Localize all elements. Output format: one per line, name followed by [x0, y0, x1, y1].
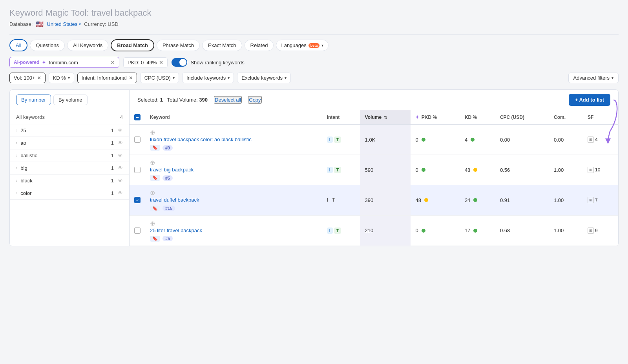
by-number-button[interactable]: By number — [16, 95, 51, 105]
intent-cell: I T — [322, 185, 360, 215]
vol-filter[interactable]: Vol: 100+ ✕ — [9, 73, 46, 83]
ai-powered-label: AI-powered — [14, 60, 39, 65]
add-keyword-icon[interactable]: ⊕ — [150, 189, 155, 196]
ai-domain-input[interactable]: AI-powered ✦ tombihn.com ✕ — [9, 57, 119, 68]
select-all-header[interactable]: – — [130, 110, 145, 125]
keyword-rank: #15 — [162, 206, 175, 211]
eye-icon[interactable]: 👁 — [118, 140, 123, 146]
pkd-cell: 0 — [411, 155, 460, 185]
kd-dot-green — [473, 229, 477, 233]
pkd-filter-label: PKD: 0–49% — [128, 60, 157, 66]
kd-filter[interactable]: KD % ▾ — [49, 73, 74, 83]
keyword-rank: #5 — [162, 175, 173, 181]
eye-icon[interactable]: 👁 — [118, 165, 123, 171]
row-checkbox[interactable] — [134, 167, 141, 173]
sidebar-item[interactable]: › ballistic 1 👁 — [10, 149, 129, 162]
sidebar-item[interactable]: › big 1 👁 — [10, 162, 129, 175]
database-label: Database: — [9, 21, 33, 27]
sidebar-item-label: ballistic — [20, 153, 37, 158]
sidebar-item[interactable]: › 25 1 👁 — [10, 124, 129, 137]
table-row: ⊕ luxon travel backpack color: ao black … — [130, 125, 618, 155]
sf-cell: ⊞ 7 — [583, 185, 618, 215]
eye-icon[interactable]: 👁 — [118, 190, 123, 196]
keyword-tag: 🔖 — [150, 236, 160, 242]
keyword-cell: ⊕ travel big backpack 🔖 #5 — [145, 155, 322, 185]
volume-cell: 390 — [360, 185, 411, 215]
table-area: Selected: 1 Total Volume: 390 Deselect a… — [130, 90, 618, 246]
row-checkbox-cell[interactable] — [130, 215, 145, 246]
tab-languages[interactable]: Languages beta ▾ — [276, 40, 329, 51]
tab-questions[interactable]: Questions — [30, 40, 65, 51]
sf-column-header: SF — [583, 110, 618, 125]
eye-icon[interactable]: 👁 — [118, 178, 123, 184]
row-checkbox-cell[interactable] — [130, 155, 145, 185]
add-keyword-icon[interactable]: ⊕ — [150, 220, 155, 227]
pkd-dot-green — [422, 138, 425, 142]
keyword-link[interactable]: 25 liter travel backpack — [150, 227, 318, 234]
tab-related[interactable]: Related — [245, 40, 274, 51]
keyword-tag: 🔖 — [150, 206, 160, 211]
sidebar-item-count: 1 — [111, 190, 114, 196]
sidebar-item[interactable]: › ao 1 👁 — [10, 137, 129, 149]
intent-cell: I T — [322, 155, 360, 185]
ai-clear-icon[interactable]: ✕ — [110, 59, 115, 66]
row-checkbox[interactable] — [134, 136, 141, 143]
deselect-all-button[interactable]: Deselect all — [214, 96, 242, 104]
cpc-column-header: CPC (USD) — [495, 110, 549, 125]
kd-cell: 4 — [460, 125, 495, 155]
include-keywords-filter[interactable]: Include keywords ▾ — [182, 73, 234, 83]
com-cell: 0.00 — [549, 125, 583, 155]
volume-column-header[interactable]: Volume ⇅ — [360, 110, 411, 125]
eye-icon[interactable]: 👁 — [118, 127, 123, 133]
sidebar-item[interactable]: › color 1 👁 — [10, 187, 129, 200]
sidebar-item-label: black — [20, 178, 32, 184]
advanced-filters-button[interactable]: Advanced filters ▾ — [568, 73, 619, 83]
show-ranking-toggle[interactable]: Show ranking keywords — [172, 58, 244, 67]
pkd-cell: 48 — [411, 185, 460, 215]
row-checkbox[interactable] — [134, 228, 141, 234]
bookmark-icon: 🔖 — [152, 145, 158, 150]
main-content: By number By volume All keywords 4 › 25 … — [9, 89, 619, 246]
pkd-clear-icon[interactable]: ✕ — [159, 60, 163, 66]
pkd-filter[interactable]: PKD: 0–49% ✕ — [123, 57, 168, 68]
add-keyword-icon[interactable]: ⊕ — [150, 159, 155, 166]
kd-cell: 48 — [460, 155, 495, 185]
exclude-keywords-filter[interactable]: Exclude keywords ▾ — [237, 73, 291, 83]
keyword-link[interactable]: luxon travel backpack color: ao black ba… — [150, 136, 318, 143]
sf-icon: ⊞ — [588, 167, 594, 173]
intent-cell: I T — [322, 215, 360, 246]
cpc-filter[interactable]: CPC (USD) ▾ — [140, 73, 179, 83]
country-selector[interactable]: United States ▾ — [47, 21, 81, 27]
ranking-toggle-switch[interactable] — [172, 58, 187, 67]
intent-transactional-badge: T — [334, 228, 341, 234]
select-all-checkbox[interactable]: – — [134, 114, 141, 120]
intent-filter[interactable]: Intent: Informational ✕ — [77, 73, 137, 83]
copy-button[interactable]: Copy — [248, 96, 261, 104]
sidebar-item[interactable]: › black 1 👁 — [10, 175, 129, 187]
tab-all-keywords[interactable]: All Keywords — [67, 40, 108, 51]
add-to-list-button[interactable]: + Add to list — [569, 94, 610, 106]
add-keyword-icon[interactable]: ⊕ — [150, 129, 155, 136]
header-divider — [9, 34, 619, 35]
eye-icon[interactable]: 👁 — [118, 153, 123, 158]
row-checkbox-checked[interactable]: ✓ — [134, 197, 141, 203]
tab-broad-match[interactable]: Broad Match — [111, 39, 154, 51]
tab-phrase-match[interactable]: Phrase Match — [157, 40, 200, 51]
filter-row-2: Vol: 100+ ✕ KD % ▾ Intent: Informational… — [9, 73, 619, 83]
keyword-link[interactable]: travel big backpack — [150, 166, 318, 173]
row-checkbox-cell[interactable]: ✓ — [130, 185, 145, 215]
tab-all[interactable]: All — [9, 39, 27, 51]
com-column-header: Com. — [549, 110, 583, 125]
row-checkbox-cell[interactable] — [130, 125, 145, 155]
sf-icon: ⊞ — [588, 197, 594, 203]
vol-clear-icon[interactable]: ✕ — [37, 75, 41, 81]
sidebar-item-chevron-icon: › — [16, 153, 17, 158]
intent-clear-icon[interactable]: ✕ — [129, 75, 133, 81]
tab-exact-match[interactable]: Exact Match — [202, 40, 242, 51]
sidebar-item-chevron-icon: › — [16, 128, 17, 133]
sf-cell: ⊞ 10 — [583, 155, 618, 185]
sidebar-item-chevron-icon: › — [16, 178, 17, 183]
by-volume-button[interactable]: By volume — [53, 95, 88, 105]
currency-label: Currency: USD — [84, 21, 118, 27]
keyword-link[interactable]: travel duffel backpack — [150, 197, 318, 204]
